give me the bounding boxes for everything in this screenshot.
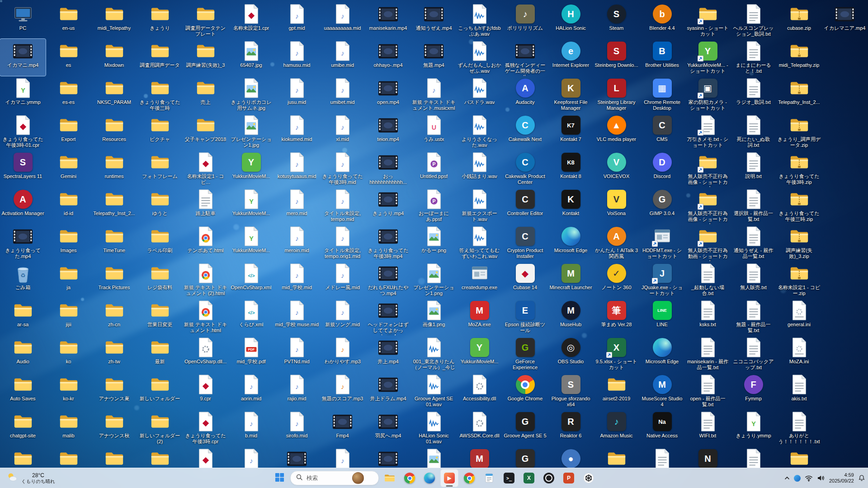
desktop-icon[interactable]: YYukkuriMovieM... - ショートカット <box>685 39 731 76</box>
desktop-icon[interactable]: akis.txt <box>776 372 822 409</box>
desktop-icon[interactable]: ♪mid_学校.mid <box>274 261 320 298</box>
desktop-icon[interactable]: 無題 - 親作品一覧.txt <box>731 298 776 335</box>
desktop-icon[interactable]: ◆Cubase 14 <box>502 261 548 298</box>
desktop-icon[interactable]: ♪タイトル未設定, tempo.orig1.mid <box>320 224 365 261</box>
desktop-icon[interactable]: </>くらび.xml <box>228 298 274 335</box>
desktop-icon[interactable]: ゆうと <box>137 187 183 224</box>
desktop-icon[interactable]: ♪新規ソング.mid <box>320 298 365 335</box>
desktop-icon[interactable]: テンポあて.html <box>183 224 228 261</box>
desktop-icon[interactable]: 調査用データテンプレート <box>183 2 228 39</box>
desktop-icon[interactable]: イカマニ.mp4 <box>0 39 46 76</box>
desktop-icon[interactable]: MMuseHub <box>548 298 594 335</box>
desktop-icon[interactable]: 孤独なインディーゲーム開発者の一生 <box>502 39 548 76</box>
desktop-icon[interactable]: きょうり.mp4 <box>365 187 411 224</box>
desktop-icon[interactable]: MMinecraft Launcher <box>548 261 594 298</box>
desktop-icon[interactable]: 説明.txt <box>731 150 776 187</box>
taskbar-app-terminal[interactable]: >_ <box>500 469 518 487</box>
desktop-icon[interactable]: 路上駐車 <box>183 187 228 224</box>
desktop-icon[interactable]: 001_東北きりたん（ノーマル）_今じゃ... <box>411 335 457 372</box>
desktop-icon[interactable]: VVoiSona <box>594 187 639 224</box>
desktop-icon[interactable]: Yきょうり.ymmp <box>731 409 776 446</box>
desktop-icon[interactable]: MMoZA.exe <box>457 298 502 335</box>
desktop-icon[interactable]: ♪mero.mid <box>274 187 320 224</box>
desktop-icon[interactable]: パスドラ.wav <box>457 76 502 113</box>
desktop-icon[interactable]: airset2-2019 <box>594 372 639 409</box>
desktop-icon[interactable]: ▣家の防犯カメラ - ショートカット <box>685 76 731 113</box>
desktop-icon[interactable]: ♪meroin.mid <box>274 224 320 261</box>
search-daily-image[interactable] <box>352 472 364 484</box>
desktop-icon[interactable]: TimeTune <box>91 224 137 261</box>
desktop-icon[interactable]: 新しいフォルダー (2) <box>137 409 183 446</box>
desktop-icon[interactable]: きょうり_調声用データ.zip <box>776 113 822 150</box>
desktop-icon[interactable]: きょうり食ってた午後三時.zip <box>776 187 822 224</box>
desktop-icon[interactable]: Pおーぼーまにあ.ppsf <box>411 187 457 224</box>
desktop-icon[interactable]: ♪Amazon Music <box>594 409 639 446</box>
taskbar-app-file-explorer[interactable] <box>381 469 399 487</box>
desktop-icon[interactable]: Audio <box>0 335 46 372</box>
desktop-icon[interactable]: ♪umibet.mid <box>320 76 365 113</box>
desktop-icon[interactable]: Microsoft Edge <box>548 224 594 261</box>
desktop-icon[interactable]: GGIMP 3.0.4 <box>639 187 685 224</box>
desktop-icon[interactable]: ずんだもん_しおかぜふ.wav <box>457 39 502 76</box>
desktop-icon[interactable]: アナウンス秋 <box>91 409 137 446</box>
desktop-icon[interactable]: ♪メドレー風.mid <box>320 261 365 298</box>
desktop-icon[interactable]: CCakewalk Next <box>502 113 548 150</box>
desktop-icon[interactable]: es <box>46 39 91 76</box>
desktop-icon[interactable]: Microsoft Edge <box>639 335 685 372</box>
desktop-icon[interactable]: MoZA.ini <box>776 335 822 372</box>
desktop-icon[interactable]: Yイカマニ.ymmp <box>0 76 46 113</box>
desktop-icon[interactable]: KKontakt <box>548 187 594 224</box>
desktop-icon[interactable]: ♻ごみ箱 <box>0 261 46 298</box>
desktop-icon[interactable]: AAudacity <box>502 76 548 113</box>
taskbar-clock[interactable]: 4:59 2025/09/22 <box>829 472 854 484</box>
desktop-icon[interactable]: ja <box>46 261 91 298</box>
desktop-icon[interactable]: bBlender 4.4 <box>639 2 685 39</box>
desktop-icon[interactable]: ♪hamusu.mid <box>274 39 320 76</box>
desktop-icon[interactable]: ♪umibe.mid <box>320 39 365 76</box>
desktop-icon[interactable]: ニコニコバックアップ.txt <box>731 335 776 372</box>
desktop-icon[interactable]: Mixdown <box>91 39 137 76</box>
desktop-icon[interactable]: Resources <box>91 113 137 150</box>
taskbar-app-google-chrome[interactable] <box>401 469 419 487</box>
desktop-icon[interactable]: OpenCvSharp.dll... <box>183 335 228 372</box>
desktop-icon[interactable]: ♪uaaaaaaaaa.mid <box>320 2 365 39</box>
desktop-icon[interactable]: おっhhhhhhhhhhhh... <box>365 150 411 187</box>
desktop-icon[interactable]: FFymmp <box>731 372 776 409</box>
desktop-icon[interactable]: open - 親作品一覧.txt <box>685 372 731 409</box>
desktop-icon[interactable]: Uうみ.ustx <box>411 113 457 150</box>
desktop-icon[interactable]: 新規 テキスト ドキュメント.html <box>183 298 228 335</box>
taskbar-app-chrome-profile-2[interactable] <box>460 469 478 487</box>
desktop-icon[interactable]: MMuseScore Studio 4 <box>639 372 685 409</box>
desktop-icon[interactable]: ♪無題のスコア.mp3 <box>320 372 365 409</box>
desktop-icon[interactable]: LINELINE <box>639 298 685 335</box>
desktop-icon[interactable]: SSpectraLayers 11 <box>0 150 46 187</box>
desktop-icon[interactable]: RReaktor 6 <box>548 409 594 446</box>
desktop-icon[interactable]: runtimes <box>91 150 137 187</box>
desktop-icon[interactable]: 死にたい_ぬ歌詞.txt <box>731 113 776 150</box>
desktop-icon[interactable]: midi_Telepathy.zip <box>776 39 822 76</box>
desktop-icon[interactable]: 売上 <box>183 76 228 113</box>
desktop-icon[interactable]: きょうり食ってた午後3時-01.cpr <box>0 113 46 150</box>
desktop-icon[interactable]: フォトフレーム <box>137 150 183 187</box>
desktop-icon[interactable]: かるー.png <box>411 224 457 261</box>
desktop-icon[interactable]: きょうり食ってた午後3時.cpr <box>183 409 228 446</box>
desktop-icon[interactable]: ♪rajio.mid <box>274 372 320 409</box>
desktop-icon[interactable]: Telepathy_Inst_2... <box>91 187 137 224</box>
desktop-icon[interactable]: X9.5.xlsx - ショートカット <box>594 335 639 372</box>
desktop-icon[interactable]: EEpson 接続診断ツール <box>502 298 548 335</box>
desktop-icon[interactable]: en-us <box>46 2 91 39</box>
desktop-icon[interactable]: きょうりボカコレ用サムネ.jpg <box>228 76 274 113</box>
desktop-icon[interactable]: malib <box>46 409 91 446</box>
desktop-icon[interactable]: 筆筆まめ Ver.28 <box>594 298 639 335</box>
desktop-icon[interactable]: HDDFMT.exe - ショートカット <box>639 224 685 261</box>
desktop-icon[interactable]: ✓ノートン 360 <box>594 261 639 298</box>
desktop-icon[interactable]: midi_Telepathy <box>91 2 137 39</box>
desktop-icon[interactable]: chatgpt-site <box>0 409 46 446</box>
desktop-icon[interactable]: SSteinberg Downlo... <box>594 39 639 76</box>
desktop-icon[interactable]: SPlogue sforzando x64 <box>548 372 594 409</box>
start-button[interactable] <box>270 469 288 487</box>
desktop-icon[interactable]: _起動しない場合.txt <box>685 261 731 298</box>
desktop-icon[interactable]: 通知うぜえ.mp4 <box>411 2 457 39</box>
search-input[interactable] <box>306 474 349 482</box>
desktop-icon[interactable]: 無人販売.txt <box>731 261 776 298</box>
